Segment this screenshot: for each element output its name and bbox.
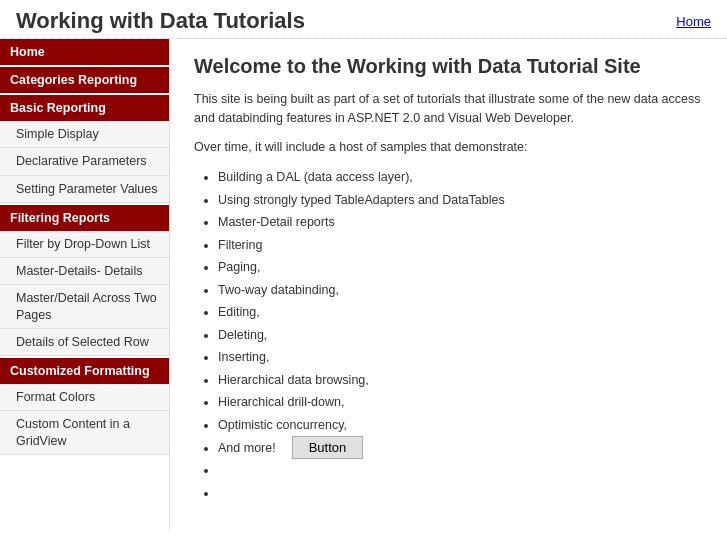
sidebar-item-details-selected-row[interactable]: Details of Selected Row — [0, 329, 169, 356]
main-layout: Home Categories Reporting Basic Reportin… — [0, 39, 727, 529]
feature-list: Building a DAL (data access layer), Usin… — [194, 166, 703, 504]
sidebar-item-categories-reporting[interactable]: Categories Reporting — [0, 67, 169, 93]
sidebar: Home Categories Reporting Basic Reportin… — [0, 39, 170, 529]
site-header: Working with Data Tutorials Home — [0, 0, 727, 39]
header-home-link[interactable]: Home — [676, 14, 711, 29]
list-item: Paging, — [218, 256, 703, 279]
list-item: Deleting, — [218, 324, 703, 347]
list-item: Two-way databinding, — [218, 279, 703, 302]
list-item: Using strongly typed TableAdapters and D… — [218, 189, 703, 212]
sidebar-item-setting-parameter-values[interactable]: Setting Parameter Values — [0, 176, 169, 203]
site-title: Working with Data Tutorials — [16, 8, 305, 34]
sidebar-section-customized-formatting[interactable]: Customized Formatting — [0, 358, 169, 384]
list-item: Hierarchical drill-down, — [218, 391, 703, 414]
header-nav: Home — [676, 14, 711, 29]
sidebar-item-custom-content-gridview[interactable]: Custom Content in a GridView — [0, 411, 169, 455]
sidebar-item-declarative-parameters[interactable]: Declarative Parameters — [0, 148, 169, 175]
demo-button[interactable]: Button — [292, 436, 364, 459]
list-item — [218, 459, 703, 482]
and-more-text: And more! — [218, 437, 276, 460]
list-item: Hierarchical data browsing, — [218, 369, 703, 392]
main-content: Welcome to the Working with Data Tutoria… — [170, 39, 727, 529]
list-item: Inserting, — [218, 346, 703, 369]
list-item — [218, 482, 703, 505]
sidebar-item-master-details-details[interactable]: Master-Details- Details — [0, 258, 169, 285]
list-item: Editing, — [218, 301, 703, 324]
intro-paragraph-1: This site is being built as part of a se… — [194, 90, 703, 128]
list-item: Building a DAL (data access layer), — [218, 166, 703, 189]
sidebar-item-master-detail-across[interactable]: Master/Detail Across Two Pages — [0, 285, 169, 329]
list-item: Master-Detail reports — [218, 211, 703, 234]
list-item: Optimistic concurrency, — [218, 414, 703, 437]
sidebar-section-filtering-reports[interactable]: Filtering Reports — [0, 205, 169, 231]
intro-paragraph-2: Over time, it will include a host of sam… — [194, 138, 703, 157]
list-item: Filtering — [218, 234, 703, 257]
sidebar-item-simple-display[interactable]: Simple Display — [0, 121, 169, 148]
list-item: And more! Button — [218, 436, 703, 459]
sidebar-item-home[interactable]: Home — [0, 39, 169, 65]
sidebar-item-filter-by-dropdown[interactable]: Filter by Drop-Down List — [0, 231, 169, 258]
sidebar-section-basic-reporting[interactable]: Basic Reporting — [0, 95, 169, 121]
page-title: Welcome to the Working with Data Tutoria… — [194, 55, 703, 78]
sidebar-item-format-colors[interactable]: Format Colors — [0, 384, 169, 411]
